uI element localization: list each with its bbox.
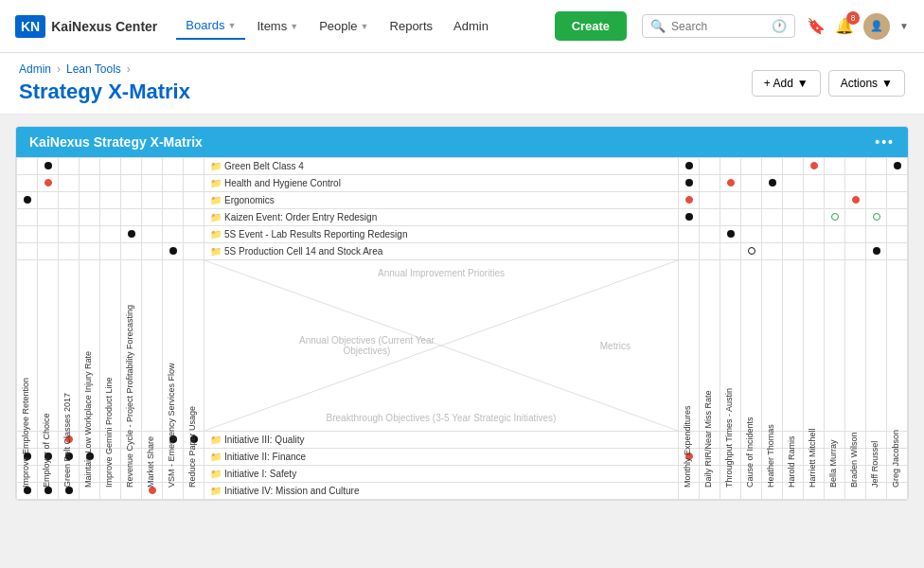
actions-chevron-icon: ▼ (881, 77, 893, 90)
matrix-card: KaiNexus Strategy X-Matrix ••• 📁Green Be… (15, 126, 909, 501)
logo-text: KaiNexus Center (51, 19, 157, 34)
matrix-menu-dots[interactable]: ••• (875, 134, 895, 150)
breadcrumb: Admin › Lean Tools › (19, 62, 190, 76)
table-row: 📁Green Belt Class 4 (17, 158, 908, 175)
matrix-title: KaiNexus Strategy X-Matrix (29, 134, 203, 150)
table-row: 📁Health and Hygiene Control (17, 175, 908, 192)
table-row: 📁5S Production Cell 14 and Stock Area (17, 243, 908, 260)
matrix-table-wrapper: 📁Green Belt Class 4 📁Health and Hygiene … (16, 157, 908, 500)
breadcrumb-sep2: › (127, 62, 131, 76)
logo: KN KaiNexus Center (15, 15, 157, 38)
breadcrumb-admin[interactable]: Admin (19, 62, 51, 76)
main-content: KaiNexus Strategy X-Matrix ••• 📁Green Be… (0, 115, 924, 512)
page-title: Strategy X-Matrix (19, 80, 190, 104)
chevron-icon: ▼ (227, 21, 236, 30)
notification-badge: 8 (846, 11, 860, 25)
annual-improvement-label: Annual Improvement Priorities (378, 268, 505, 278)
dropdown-chevron-icon: ▼ (797, 77, 808, 90)
table-row: 📁5S Event - Lab Results Reporting Redesi… (17, 226, 908, 243)
nav-admin[interactable]: Admin (444, 13, 498, 39)
table-row: 📁Ergonomics (17, 192, 908, 209)
logo-kn: KN (15, 15, 45, 38)
breadcrumb-lean-tools[interactable]: Lean Tools (66, 62, 121, 76)
actions-button[interactable]: Actions ▼ (828, 70, 905, 97)
breadcrumb-bar: Admin › Lean Tools › Strategy X-Matrix +… (0, 53, 924, 115)
table-row: 📁Kaizen Event: Order Entry Redesign (17, 209, 908, 226)
history-icon: 🕐 (772, 19, 787, 33)
nav-reports[interactable]: Reports (381, 13, 443, 39)
top-navigation: KN KaiNexus Center Boards ▼ Items ▼ Peop… (0, 0, 924, 53)
create-button[interactable]: Create (555, 11, 627, 41)
chevron-icon: ▼ (290, 22, 298, 31)
middle-row: Improve Employee Retention Employer of C… (17, 260, 908, 432)
search-input[interactable] (671, 20, 766, 33)
chevron-icon: ▼ (361, 22, 369, 31)
action-buttons: + Add ▼ Actions ▼ (752, 70, 905, 97)
matrix-table: 📁Green Belt Class 4 📁Health and Hygiene … (16, 157, 908, 500)
search-box[interactable]: 🔍 🕐 (642, 14, 795, 38)
nav-items-menu[interactable]: Items ▼ (247, 13, 308, 39)
bell-icon[interactable]: 🔔 8 (835, 17, 854, 35)
nav-items: Boards ▼ Items ▼ People ▼ Reports Admin (176, 12, 539, 40)
search-icon: 🔍 (650, 19, 666, 33)
add-button[interactable]: + Add ▼ (752, 70, 821, 97)
nav-people[interactable]: People ▼ (310, 13, 378, 39)
nav-boards[interactable]: Boards ▼ (176, 12, 245, 40)
bookmark-icon[interactable]: 🔖 (807, 17, 826, 35)
nav-icons: 🔖 🔔 8 👤 ▼ (807, 13, 909, 40)
annual-objectives-label: Annual Objectives (Current YearObjective… (299, 335, 435, 356)
metrics-label: Metrics (600, 341, 631, 351)
user-chevron-icon[interactable]: ▼ (899, 21, 909, 31)
avatar[interactable]: 👤 (863, 13, 890, 40)
breakthrough-label: Breakthrough Objectives (3-5 Year Strate… (327, 413, 557, 423)
breadcrumb-sep: › (57, 62, 61, 76)
matrix-header: KaiNexus Strategy X-Matrix ••• (16, 127, 908, 157)
